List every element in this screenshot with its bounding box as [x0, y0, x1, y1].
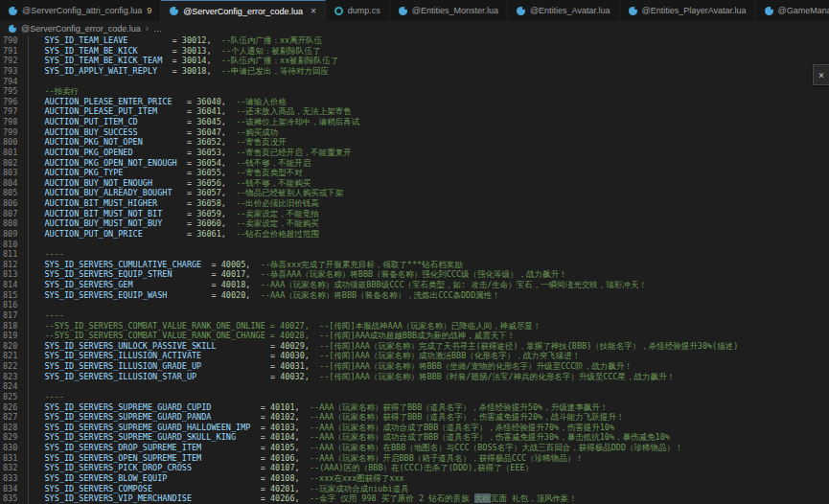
code-line[interactable]: 829 SYS_ID_SERVERS_SUPREME_GUARD_SKULL_K… [0, 432, 829, 443]
line-content: AUCTION_BUY_SUCCESS = 36047, --购买成功 [25, 127, 278, 138]
code-line[interactable]: 809 AUCTION_PUT_ON_PRICE = 36061, --钻石盒价… [0, 229, 829, 240]
code-line[interactable]: 808 AUCTION_BUY_MUST_NOT_BUY = 36060, --… [0, 218, 829, 229]
code-line[interactable]: 814 SYS_ID_SERVERS_GEM = 40018, --AAA（玩家… [0, 280, 829, 290]
close-icon[interactable]: × [818, 70, 824, 80]
code-line[interactable]: 803 AUCTION_PKG_TYPE = 36055, --寄售页类型不对 [0, 168, 829, 178]
line-number: 822 [0, 361, 25, 372]
code-line[interactable]: 827 SYS_ID_SERVERS_SUPREME_GUARD_PANDA =… [0, 412, 829, 423]
code-line[interactable]: 790 SYS_ID_TEAM_LEAVE = 30012, --队伍内广播：x… [0, 35, 829, 46]
csharp-file-icon [334, 7, 343, 15]
code-line[interactable]: 798 AUCTION_PUT_ITEM_CD = 36045, --该摊位上架… [0, 117, 829, 127]
line-number: 801 [0, 148, 25, 158]
line-number: 795 [0, 86, 25, 97]
lua-file-icon [517, 7, 525, 15]
code-line[interactable]: 793 SYS_ID_APPLY_WAIT_REPLY = 30018, --申… [0, 66, 829, 77]
lua-file-icon [629, 7, 637, 15]
code-line[interactable]: 801 AUCTION_PKG_OPENED = 36053, --寄售页已经开… [0, 148, 829, 158]
code-line[interactable]: 819 --SYS_ID_SERVERS_COMBAT_VALUE_RANK_O… [0, 331, 829, 341]
code-line[interactable]: 812 SYS_ID_SERVERS_CUMULATIVE_CHARGE = 4… [0, 260, 829, 270]
code-line[interactable]: 821 SYS_ID_SERVERS_ILLUSION_ACTIVATE = 4… [0, 351, 829, 361]
tab-label: @GameManager_PlayerCommandManager.lua [778, 6, 829, 15]
tab-serverconfig-error-code-lua[interactable]: @ServerConfig_error_code.lua× [161, 0, 326, 21]
code-line[interactable]: 805 AUCTION_BUY_ALREADY_BOUGHT = 36057, … [0, 188, 829, 198]
line-content: SYS_ID_SERVERS_VIP_MERCHANDISE = 40266, … [25, 493, 577, 504]
code-line[interactable]: 816 [0, 300, 829, 310]
breadcrumb-filename[interactable]: @ServerConfig_error_code.lua [21, 24, 141, 34]
tab-dump-cs[interactable]: dump.cs [326, 0, 390, 21]
tab-serverconfig-attri-config-lua[interactable]: @ServerConfig_attri_config.lua9 [0, 0, 161, 21]
line-content: SYS_ID_SERVERS_SUPREME_GUARD_SKULL_KING … [25, 432, 670, 443]
code-line[interactable]: 822 SYS_ID_SERVERS_ILLUSION_GRADE_UP = 4… [0, 361, 829, 372]
line-content: AUCTION_PLEASE_PUT_ITEM = 36041, --还未放入商… [25, 106, 352, 117]
line-number: 813 [0, 269, 25, 280]
code-line[interactable]: 830 SYS_ID_SERVERS_DROP_SUPREME_ITEM = 4… [0, 443, 829, 453]
code-line[interactable]: 811 ---- [0, 249, 829, 260]
breadcrumb: @ServerConfig_error_code.lua › … [0, 21, 829, 35]
line-number: 820 [0, 341, 25, 352]
code-line[interactable]: 820 SYS_ID_SERVERS_UNLOCK_PASSIVE_SKILL … [0, 341, 829, 352]
code-line[interactable]: 791 SYS_ID_TEAM_BE_KICK = 30013, --个人通知：… [0, 46, 829, 57]
line-content: SYS_ID_SERVERS_BLOW_EQUIP = 40108, --xxx… [25, 473, 404, 484]
line-content: AUCTION_PKG_OPENED = 36053, --寄售页已经开启，不能… [25, 148, 352, 158]
code-line[interactable]: 796 AUCTION_PLEASE_ENTER_PRICE = 36040, … [0, 97, 829, 107]
lua-file-icon [9, 7, 17, 15]
code-line[interactable]: 831 SYS_ID_SERVERS_OPEN_SUPREME_ITEM = 4… [0, 453, 829, 464]
tab-label: @Entities_PlayerAvatar.lua [642, 6, 747, 15]
code-line[interactable]: 825 ---- [0, 392, 829, 402]
code-line[interactable]: 804 AUCTION_BUY_NOT_ENOUGH = 36056, --钱不… [0, 178, 829, 189]
code-line[interactable]: 815 SYS_ID_SERVERS_EQUIP_WASH = 40020, -… [0, 290, 829, 301]
line-number: 819 [0, 331, 25, 341]
find-widget[interactable]: × [813, 64, 829, 85]
tab-entities-playeravatar-lua[interactable]: @Entities_PlayerAvatar.lua [620, 0, 756, 21]
line-number: 804 [0, 178, 25, 189]
code-line[interactable]: 806 AUCTION_BIT_MUST_HIGHER = 36058, --出… [0, 198, 829, 209]
line-content: ---- [25, 249, 64, 260]
code-line[interactable]: 828 SYS_ID_SERVERS_SUPREME_GUARD_HALLOWE… [0, 423, 829, 433]
code-line[interactable]: 824 [0, 381, 829, 392]
code-line[interactable]: 818 --SYS_ID_SERVERS_COMBAT_VALUE_RANK_O… [0, 321, 829, 332]
code-line[interactable]: 800 AUCTION_PKG_NOT_OPEN = 36052, --寄售页没… [0, 137, 829, 148]
code-line[interactable]: 810 [0, 240, 829, 250]
close-tab-icon[interactable]: × [311, 6, 316, 16]
line-content: AUCTION_BUY_MUST_NOT_BUY = 36060, --卖家设定… [25, 218, 319, 229]
line-content: --拍卖行 [25, 86, 79, 97]
line-number: 805 [0, 188, 25, 198]
line-number: 792 [0, 56, 25, 66]
line-number: 829 [0, 432, 25, 443]
code-line[interactable]: 834 SYS_ID_SERVERS_COMPOSE = 40201, --玩家… [0, 484, 829, 494]
tab-entities-avatar-lua[interactable]: @Entities_Avatar.lua [508, 0, 620, 21]
line-number: 818 [0, 321, 25, 332]
breadcrumb-ellipsis[interactable]: … [153, 24, 162, 34]
code-line[interactable]: 826 SYS_ID_SERVERS_SUPREME_GUARD_CUPID =… [0, 402, 829, 413]
line-content: SYS_ID_SERVERS_UNLOCK_PASSIVE_SKILL = 40… [25, 341, 738, 352]
line-content: AUCTION_BUY_ALREADY_BOUGHT = 36057, --物品… [25, 188, 343, 198]
code-line[interactable]: 833 SYS_ID_SERVERS_BLOW_EQUIP = 40108, -… [0, 473, 829, 484]
lua-file-icon [9, 25, 16, 33]
code-line[interactable]: 807 AUCTION_BIT_MUST_NOT_BIT = 36059, --… [0, 209, 829, 219]
code-line[interactable]: 802 AUCTION_PKG_OPEN_NOT_ENOUGH = 36054,… [0, 158, 829, 169]
tab-label: @ServerConfig_attri_config.lua [22, 6, 142, 15]
tab-label: @Entities_Monster.lua [412, 6, 498, 15]
tab-gamemanager-playercommandmanager-lua[interactable]: @GameManager_PlayerCommandManager.lua [756, 0, 829, 21]
code-line[interactable]: 835 SYS_ID_SERVERS_VIP_MERCHANDISE = 402… [0, 493, 829, 504]
line-content: SYS_ID_SERVERS_PICK_DROP_CROSS = 40107, … [25, 463, 533, 473]
code-line[interactable]: 795 --拍卖行 [0, 86, 829, 97]
line-number: 810 [0, 240, 25, 250]
code-editor[interactable]: 790 SYS_ID_TEAM_LEAVE = 30012, --队伍内广播：x… [0, 35, 829, 504]
line-number: 790 [0, 35, 25, 46]
code-line[interactable]: 799 AUCTION_BUY_SUCCESS = 36047, --购买成功 [0, 127, 829, 138]
code-line[interactable]: 794 [0, 77, 829, 87]
code-line[interactable]: 813 SYS_ID_SERVERS_EQUIP_STREN = 40017, … [0, 269, 829, 280]
code-line[interactable]: 832 SYS_ID_SERVERS_PICK_DROP_CROSS = 401… [0, 463, 829, 473]
line-number: 809 [0, 229, 25, 240]
code-line[interactable]: 817 ---- [0, 310, 829, 321]
line-number: 807 [0, 209, 25, 219]
line-number: 821 [0, 351, 25, 361]
line-number: 827 [0, 412, 25, 423]
code-line[interactable]: 797 AUCTION_PLEASE_PUT_ITEM = 36041, --还… [0, 106, 829, 117]
code-line[interactable]: 792 SYS_ID_TEAM_BE_KICK_TEAM = 30014, --… [0, 56, 829, 66]
line-content: ---- [25, 310, 64, 321]
code-line[interactable]: 823 SYS_ID_SERVERS_ILLUSION_STAR_UP = 40… [0, 372, 829, 382]
tab-entities-monster-lua[interactable]: @Entities_Monster.lua [390, 0, 508, 21]
line-number: 796 [0, 97, 25, 107]
